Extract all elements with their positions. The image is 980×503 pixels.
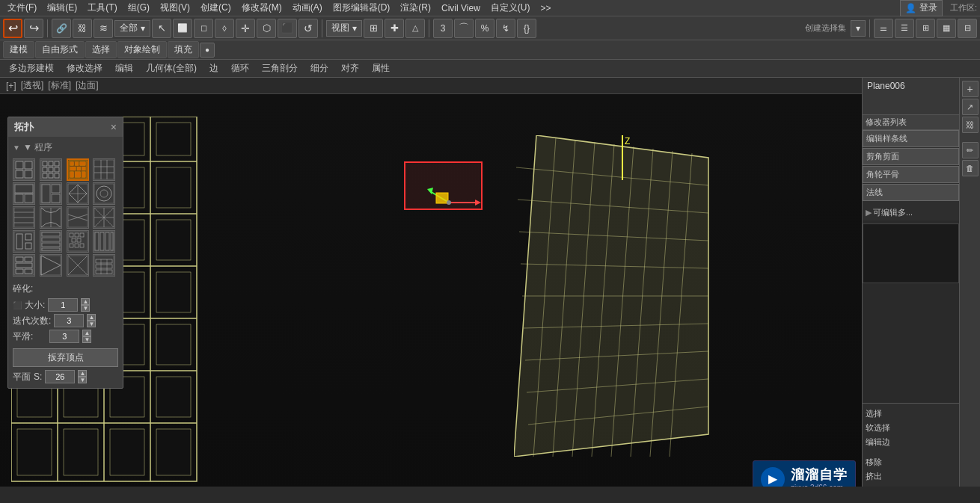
ref-coord-button[interactable]: ↺ — [298, 19, 318, 38]
pattern-cell-6[interactable] — [67, 182, 89, 205]
bind-button[interactable]: ≋ — [94, 19, 113, 38]
tb3-modify-select[interactable]: 修改选择 — [61, 61, 108, 76]
login-button[interactable]: 👤 登录 — [900, 0, 943, 16]
menu-more[interactable]: >> — [536, 1, 555, 15]
size-spin-up[interactable]: ▲ — [81, 298, 90, 305]
undo-button[interactable]: ↩ — [3, 19, 22, 38]
graph1-button[interactable]: ⚌ — [874, 19, 893, 38]
smooth-spin-down[interactable]: ▼ — [82, 336, 91, 343]
plane-s-input[interactable] — [45, 370, 75, 383]
rsb-cursor[interactable]: ↗ — [962, 99, 979, 115]
move-button[interactable]: ✛ — [236, 19, 255, 38]
snap-button[interactable]: ✚ — [385, 19, 404, 38]
size-input[interactable] — [48, 298, 78, 312]
pattern-cell-4[interactable] — [13, 182, 35, 205]
size-spin-down[interactable]: ▼ — [81, 305, 90, 312]
tb3-loop[interactable]: 循环 — [225, 61, 255, 76]
iter-spin-down[interactable]: ▼ — [87, 321, 96, 327]
menu-render[interactable]: 渲染(R) — [396, 0, 435, 16]
pattern-cell-16[interactable] — [13, 254, 35, 277]
angle-snap-button[interactable]: △ — [405, 19, 425, 38]
vp-tag-plus[interactable]: [+] — [6, 81, 16, 91]
select-button[interactable]: ↖ — [152, 19, 171, 38]
menu-create[interactable]: 创建(C) — [196, 0, 236, 16]
tb2-extra[interactable]: ● — [200, 43, 215, 58]
menu-animation[interactable]: 动画(A) — [288, 0, 327, 16]
rivet-button[interactable]: {} — [517, 19, 536, 38]
pattern-cell-8[interactable] — [13, 206, 35, 229]
tb3-poly-modeling[interactable]: 多边形建模 — [3, 61, 60, 76]
link-button[interactable]: 🔗 — [52, 19, 71, 38]
pattern-cell-15[interactable] — [93, 230, 115, 253]
edit-spline-button[interactable]: 编辑样条线 — [863, 130, 959, 147]
tb2-select[interactable]: 选择 — [85, 41, 117, 58]
tb3-geometry-all[interactable]: 几何体(全部) — [140, 61, 203, 76]
menu-customize[interactable]: 自定义(U) — [486, 0, 535, 16]
menu-edit[interactable]: 编辑(E) — [43, 0, 82, 16]
smooth-spin-up[interactable]: ▲ — [82, 330, 91, 336]
tb3-edit[interactable]: 编辑 — [109, 61, 139, 76]
tb3-edge[interactable]: 边 — [203, 61, 224, 76]
scale-button[interactable]: ⬛ — [278, 19, 297, 38]
pattern-cell-11[interactable] — [93, 206, 115, 229]
vp-tag-edge[interactable]: [边面] — [76, 79, 99, 92]
tb2-modeling[interactable]: 建模 — [3, 41, 34, 58]
topo-panel-header[interactable]: 拓扑 × — [8, 117, 123, 137]
tb3-properties[interactable]: 属性 — [366, 61, 396, 76]
editable-expand[interactable]: ▶ 可编辑多... — [863, 205, 959, 220]
graph4-button[interactable]: ▦ — [937, 19, 956, 38]
tb2-paint[interactable]: 对象绘制 — [117, 41, 167, 58]
pattern-cell-9[interactable] — [40, 206, 62, 229]
rotate-button[interactable]: ⬡ — [257, 19, 276, 38]
rsb-pencil[interactable]: ✏ — [962, 142, 979, 158]
mirror-button[interactable]: 3 — [433, 19, 453, 38]
plane-spin-up[interactable]: ▲ — [78, 370, 87, 377]
view-dropdown[interactable]: 视图 ▾ — [326, 20, 362, 37]
menu-modifier[interactable]: 修改器(M) — [237, 0, 287, 16]
cut-corner-button[interactable]: 剪角剪面 — [863, 148, 959, 165]
pattern-cell-0[interactable] — [13, 158, 35, 181]
curve-button[interactable]: % — [475, 19, 494, 38]
lasso-select-button[interactable]: ◊ — [215, 19, 234, 38]
pattern-cell-7[interactable] — [93, 182, 115, 205]
topo-section-program[interactable]: ▼ ▼ 程序 — [13, 141, 118, 154]
iter-spin-up[interactable]: ▲ — [87, 314, 96, 321]
iter-input[interactable] — [54, 314, 84, 327]
menu-graph-editor[interactable]: 图形编辑器(D) — [328, 0, 395, 16]
rect-select-button[interactable]: ⬜ — [173, 19, 192, 38]
pattern-cell-18[interactable] — [67, 254, 89, 277]
plane-spin-down[interactable]: ▼ — [78, 377, 87, 383]
tb2-fill[interactable]: 填充 — [168, 41, 199, 58]
redo-button[interactable]: ↪ — [24, 19, 43, 38]
vp-tag-persp[interactable]: [透视] — [21, 79, 44, 92]
pattern-cell-5[interactable] — [40, 182, 62, 205]
tb2-freeform[interactable]: 自由形式 — [35, 41, 85, 58]
fence-select-button[interactable]: ◻ — [194, 19, 213, 38]
abandon-vertices-button[interactable]: 扳弃顶点 — [13, 348, 118, 367]
pattern-cell-1[interactable] — [40, 158, 62, 181]
pattern-cell-2[interactable] — [67, 158, 89, 181]
smooth-input[interactable] — [49, 330, 79, 343]
menu-civil-view[interactable]: Civil View — [437, 1, 485, 15]
pivot-button[interactable]: ⊞ — [364, 19, 383, 38]
select-all-dropdown[interactable]: 全部 ▾ — [114, 20, 150, 37]
rsb-link[interactable]: ⛓ — [962, 117, 979, 133]
pattern-cell-13[interactable] — [40, 230, 62, 253]
menu-file[interactable]: 文件(F) — [3, 0, 41, 16]
rsb-plus[interactable]: + — [962, 81, 979, 97]
tb3-align[interactable]: 对齐 — [335, 61, 365, 76]
pattern-cell-19[interactable] — [93, 254, 115, 277]
vp-tag-std[interactable]: [标准] — [48, 79, 71, 92]
pattern-cell-3[interactable] — [93, 158, 115, 181]
pattern-cell-14[interactable] — [67, 230, 89, 253]
menu-group[interactable]: 组(G) — [123, 0, 154, 16]
align-button[interactable]: ⌒ — [454, 19, 474, 38]
menu-tools[interactable]: 工具(T) — [83, 0, 121, 16]
graph3-button[interactable]: ⊞ — [916, 19, 935, 38]
viewport[interactable]: [+] [透视] [标准] [边面] — [0, 78, 862, 487]
create-selection-dropdown[interactable]: ▾ — [851, 20, 866, 37]
menu-view[interactable]: 视图(V) — [156, 0, 195, 16]
wheel-spine-button[interactable]: 角轮平骨 — [863, 166, 959, 183]
graph2-button[interactable]: ☰ — [895, 19, 914, 38]
graph5-button[interactable]: ⊟ — [958, 19, 977, 38]
